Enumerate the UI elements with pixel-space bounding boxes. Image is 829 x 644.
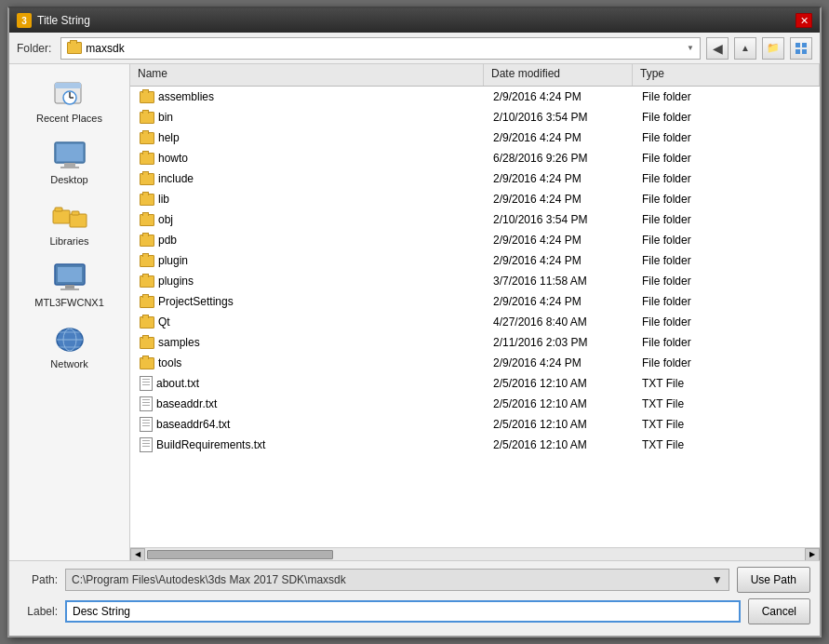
table-row[interactable]: bin2/10/2016 3:54 PMFile folder xyxy=(130,107,820,127)
computer-icon xyxy=(51,262,88,295)
file-date: 2/11/2016 2:03 PM xyxy=(486,334,635,351)
label-label: Label: xyxy=(19,605,58,618)
file-name: Qt xyxy=(132,314,486,330)
use-path-button[interactable]: Use Path xyxy=(737,567,810,593)
label-row: Label: Cancel xyxy=(19,598,810,624)
file-date: 2/10/2016 3:54 PM xyxy=(486,211,635,228)
file-date: 2/5/2016 12:10 AM xyxy=(486,375,635,392)
main-dialog: 3 Title String ✕ Folder: maxsdk ▼ ◀ ▲ 📁 xyxy=(7,7,822,637)
file-icon xyxy=(140,417,153,432)
table-row[interactable]: assemblies2/9/2016 4:24 PMFile folder xyxy=(130,87,820,107)
folder-icon xyxy=(140,194,154,206)
file-type: File folder xyxy=(635,170,818,187)
file-type: TXT File xyxy=(635,436,818,453)
back-button[interactable]: ◀ xyxy=(706,37,729,60)
file-name-text: ProjectSettings xyxy=(158,295,234,308)
scroll-thumb[interactable] xyxy=(147,550,333,559)
path-value: C:\Program Files\Autodesk\3ds Max 2017 S… xyxy=(72,573,346,586)
cancel-button[interactable]: Cancel xyxy=(748,598,810,624)
folder-icon xyxy=(140,316,154,329)
file-type: File folder xyxy=(635,232,818,248)
file-date: 3/7/2016 11:58 AM xyxy=(486,273,635,289)
file-type: File folder xyxy=(635,293,818,310)
view-icon xyxy=(795,42,808,55)
file-icon xyxy=(140,437,153,452)
table-row[interactable]: baseaddr.txt2/5/2016 12:10 AMTXT File xyxy=(130,394,820,414)
main-content: Recent Places Desktop xyxy=(9,64,820,560)
label-input[interactable] xyxy=(65,600,741,623)
table-row[interactable]: obj2/10/2016 3:54 PMFile folder xyxy=(130,209,820,230)
bottom-section: Path: C:\Program Files\Autodesk\3ds Max … xyxy=(9,560,820,636)
libraries-icon xyxy=(51,200,88,234)
table-row[interactable]: help2/9/2016 4:24 PMFile folder xyxy=(130,127,820,148)
table-row[interactable]: include2/9/2016 4:24 PMFile folder xyxy=(130,168,820,189)
folder-combo[interactable]: maxsdk ▼ xyxy=(60,37,701,60)
file-type: File folder xyxy=(635,355,818,371)
table-row[interactable]: plugins3/7/2016 11:58 AMFile folder xyxy=(130,271,820,291)
svg-rect-20 xyxy=(60,288,79,290)
folder-icon xyxy=(140,153,154,165)
scroll-right-button[interactable]: ▶ xyxy=(805,548,820,561)
svg-rect-5 xyxy=(55,83,81,88)
table-row[interactable]: about.txt2/5/2016 12:10 AMTXT File xyxy=(130,373,820,394)
sidebar-item-libraries[interactable]: Libraries xyxy=(19,195,121,252)
file-date: 2/9/2016 4:24 PM xyxy=(486,88,635,105)
file-date: 6/28/2016 9:26 PM xyxy=(486,150,635,167)
table-row[interactable]: Qt4/27/2016 8:40 AMFile folder xyxy=(130,312,820,332)
file-name-text: samples xyxy=(158,336,200,349)
file-date: 2/9/2016 4:24 PM xyxy=(486,129,635,146)
file-date: 2/9/2016 4:24 PM xyxy=(486,232,635,248)
table-row[interactable]: plugin2/9/2016 4:24 PMFile folder xyxy=(130,250,820,271)
file-type: File folder xyxy=(635,88,818,105)
view-toggle-button[interactable] xyxy=(790,37,812,60)
horizontal-scrollbar: ◀ ▶ xyxy=(130,547,820,560)
mtl3fwcnx1-label: MTL3FWCNX1 xyxy=(34,297,104,308)
svg-rect-12 xyxy=(60,167,79,168)
file-list-header: Name Date modified Type xyxy=(130,64,820,87)
up-button[interactable]: ▲ xyxy=(734,37,756,60)
table-row[interactable]: baseaddr64.txt2/5/2016 12:10 AMTXT File xyxy=(130,414,820,435)
file-name-text: bin xyxy=(158,111,173,124)
sidebar-item-mtl3fwcnx1[interactable]: MTL3FWCNX1 xyxy=(19,256,121,314)
col-header-date[interactable]: Date modified xyxy=(484,64,633,86)
file-date: 2/9/2016 4:24 PM xyxy=(486,191,635,208)
file-type: TXT File xyxy=(635,375,818,392)
svg-rect-3 xyxy=(802,49,807,54)
svg-rect-15 xyxy=(70,214,87,227)
file-name-text: tools xyxy=(158,356,181,369)
sidebar-item-network[interactable]: Network xyxy=(19,317,121,375)
table-row[interactable]: howto6/28/2016 9:26 PMFile folder xyxy=(130,148,820,168)
network-icon xyxy=(51,323,88,356)
file-icon xyxy=(140,396,153,411)
table-row[interactable]: samples2/11/2016 2:03 PMFile folder xyxy=(130,332,820,353)
folder-name: maxsdk xyxy=(86,42,683,55)
file-name: bin xyxy=(132,109,486,126)
file-name: samples xyxy=(132,334,486,351)
col-header-name[interactable]: Name xyxy=(130,64,484,86)
sidebar-item-desktop[interactable]: Desktop xyxy=(19,133,121,191)
new-folder-button[interactable]: 📁 xyxy=(762,37,784,60)
toolbar: Folder: maxsdk ▼ ◀ ▲ 📁 xyxy=(9,33,820,64)
file-name-text: help xyxy=(158,131,180,144)
svg-rect-19 xyxy=(65,285,74,288)
scroll-left-button[interactable]: ◀ xyxy=(130,548,145,561)
svg-rect-10 xyxy=(57,144,83,161)
col-header-type[interactable]: Type xyxy=(633,64,820,86)
table-row[interactable]: tools2/9/2016 4:24 PMFile folder xyxy=(130,353,820,373)
table-row[interactable]: lib2/9/2016 4:24 PMFile folder xyxy=(130,189,820,209)
sidebar-item-recent-places[interactable]: Recent Places xyxy=(19,72,121,129)
table-row[interactable]: BuildRequirements.txt2/5/2016 12:10 AMTX… xyxy=(130,435,820,455)
file-name: about.txt xyxy=(132,374,486,393)
svg-rect-14 xyxy=(55,208,62,211)
scroll-track[interactable] xyxy=(145,548,805,561)
table-row[interactable]: ProjectSettings2/9/2016 4:24 PMFile fold… xyxy=(130,291,820,312)
close-button[interactable]: ✕ xyxy=(796,13,812,28)
file-icon xyxy=(140,376,153,391)
file-type: File folder xyxy=(635,273,818,289)
table-row[interactable]: pdb2/9/2016 4:24 PMFile folder xyxy=(130,230,820,250)
folder-icon xyxy=(140,235,154,247)
file-type: TXT File xyxy=(635,396,818,412)
file-type: File folder xyxy=(635,334,818,351)
path-combo[interactable]: C:\Program Files\Autodesk\3ds Max 2017 S… xyxy=(65,569,729,591)
file-name: help xyxy=(132,129,486,146)
